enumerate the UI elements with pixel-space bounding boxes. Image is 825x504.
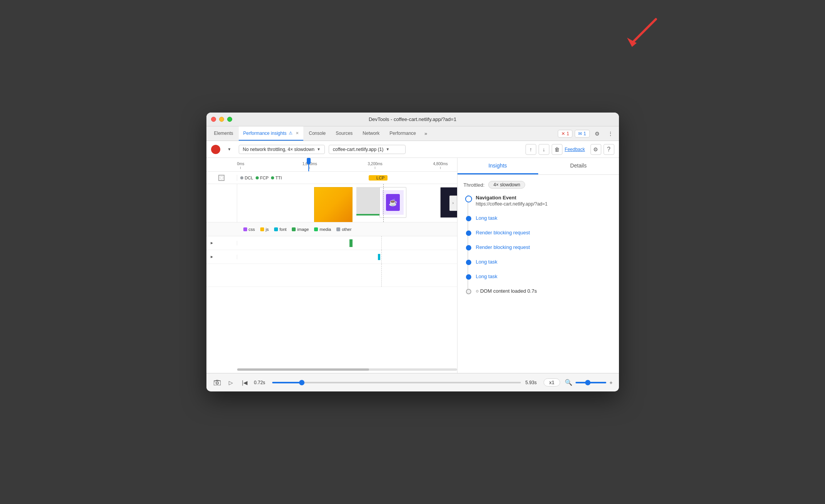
tab-console-label: Console <box>309 131 326 136</box>
markers-left-spacer: ◯ <box>206 175 237 181</box>
legend-media: media <box>314 227 331 232</box>
tab-details[interactable]: Details <box>538 158 619 174</box>
fcp-label: FCP <box>260 176 269 180</box>
tab-close-icon[interactable]: ✕ <box>296 131 299 135</box>
render-blocking-2-link[interactable]: Render blocking request <box>476 244 530 250</box>
css-color-swatch <box>243 227 247 231</box>
legend-media-label: media <box>319 227 331 232</box>
insight-long-task-2: Long task <box>476 258 613 265</box>
insight-render-blocking-2: Render blocking request <box>476 244 613 250</box>
start-time-label: 0.72s <box>254 380 268 385</box>
more-options-icon-button[interactable]: ⋮ <box>605 128 616 139</box>
maximize-button[interactable] <box>227 117 232 122</box>
throttled-label: Throttled: <box>464 182 485 188</box>
playback-slider-thumb[interactable] <box>299 380 304 385</box>
playback-bar: ▷ |◀ 0.72s 5.93s x1 🔍 + <box>206 373 619 391</box>
go-to-start-button[interactable]: |◀ <box>240 378 249 387</box>
long-task-1-link[interactable]: Long task <box>476 215 497 221</box>
long-task-1-dot <box>466 216 471 221</box>
tab-elements[interactable]: Elements <box>210 126 238 141</box>
tab-performance[interactable]: Performance <box>385 126 421 141</box>
minimize-button[interactable] <box>219 117 224 122</box>
legend-css: css <box>243 227 255 232</box>
expand-row-1-icon[interactable]: ▶ <box>210 241 214 245</box>
ruler-label-0: 0ms <box>237 162 245 166</box>
right-panel-tabs: Insights Details <box>457 158 619 175</box>
more-tabs-button[interactable]: » <box>421 126 430 141</box>
long-task-2-link[interactable]: Long task <box>476 259 497 265</box>
network-row-2: ▶ <box>206 250 457 264</box>
dashed-line-row1 <box>381 236 382 250</box>
tab-sources[interactable]: Sources <box>331 126 357 141</box>
export-button[interactable]: ↑ <box>526 144 536 155</box>
screenshot-mode-button[interactable] <box>213 378 222 387</box>
insight-render-blocking-1: Render blocking request <box>476 229 613 236</box>
zoom-controls: 🔍 + <box>565 379 612 386</box>
settings-gear-icon-button[interactable]: ⚙ <box>590 144 601 155</box>
insights-timeline: Navigation Event https://coffee-cart.net… <box>464 195 613 294</box>
feedback-link[interactable]: Feedback <box>565 147 585 152</box>
horizontal-scrollbar-track[interactable] <box>237 368 457 371</box>
lcp-label: LCP <box>376 176 384 180</box>
legend-js-label: js <box>266 227 269 232</box>
errors-badge-button[interactable]: ✕ 1 <box>558 130 572 138</box>
legend-font: font <box>274 227 286 232</box>
zoom-slider-thumb[interactable] <box>585 380 590 385</box>
insight-dom-loaded: ○ DOM content loaded 0.7s <box>476 287 613 294</box>
navigation-event-dot <box>465 196 472 202</box>
render-blocking-1-link[interactable]: Render blocking request <box>476 230 530 235</box>
expand-row-2-icon[interactable]: ▶ <box>210 255 214 259</box>
messages-badge: ✉ 1 <box>578 131 586 136</box>
markers-row: ◯ DCL FCP TTI <box>206 172 457 184</box>
long-task-3-link[interactable]: Long task <box>476 274 497 279</box>
legend-image: image <box>292 227 309 232</box>
dcl-bracket-icon <box>240 176 243 179</box>
tab-sources-label: Sources <box>336 131 353 136</box>
fcp-marker: FCP <box>256 176 269 180</box>
legend-image-label: image <box>297 227 309 232</box>
play-button[interactable]: ▷ <box>226 378 236 387</box>
zoom-out-icon[interactable]: 🔍 <box>565 379 572 386</box>
close-button[interactable] <box>211 117 216 122</box>
throttled-row: Throttled: 4× slowdown <box>464 181 613 189</box>
scrubber-handle[interactable] <box>307 158 311 164</box>
legend-other-label: other <box>342 227 351 232</box>
url-dropdown[interactable]: coffee-cart.netlify.app (1) ▼ <box>329 145 406 154</box>
dcl-label: DCL <box>245 176 253 180</box>
collapse-filmstrip-button[interactable]: › <box>449 196 457 211</box>
throttle-dropdown[interactable]: No network throttling, 4× slowdown ▼ <box>239 145 325 154</box>
ruler-mark-3: 4,800ms <box>433 162 448 169</box>
right-panel: Insights Details Throttled: 4× slowdown <box>457 158 619 373</box>
zoom-slider[interactable] <box>576 382 606 383</box>
tab-network[interactable]: Network <box>358 126 384 141</box>
tab-details-label: Details <box>570 162 587 169</box>
url-label: coffee-cart.netlify.app (1) <box>333 147 384 152</box>
filmstrip-thumb-1[interactable]: ☕ <box>379 187 406 218</box>
delete-button[interactable]: 🗑 <box>552 144 562 155</box>
navigation-event-title: Navigation Event <box>476 195 613 201</box>
tab-performance-insights-label: Performance insights <box>243 131 287 136</box>
image-color-swatch <box>292 227 296 231</box>
dropdown-arrow-button[interactable]: ▼ <box>224 144 235 155</box>
playback-slider[interactable] <box>272 382 521 383</box>
network-row-1: ▶ <box>206 236 457 250</box>
help-icon-button[interactable]: ? <box>604 144 614 155</box>
tab-console[interactable]: Console <box>304 126 330 141</box>
settings-icon-button[interactable]: ⚙ <box>592 128 603 139</box>
messages-badge-button[interactable]: ✉ 1 <box>575 130 589 138</box>
tab-insights[interactable]: Insights <box>457 158 538 174</box>
product-icon-1: ☕ <box>386 194 400 211</box>
dom-loaded-label: ○ DOM content loaded 0.7s <box>476 288 537 294</box>
record-button[interactable] <box>211 145 220 154</box>
zoom-in-icon[interactable]: + <box>609 380 612 386</box>
timeline-scrubber[interactable] <box>308 158 309 171</box>
main-content: 0ms 1,600ms 3,200ms 4,800ms <box>206 158 619 373</box>
horizontal-scrollbar-thumb[interactable] <box>237 368 369 371</box>
download-button[interactable]: ↓ <box>539 144 549 155</box>
tab-elements-label: Elements <box>214 131 233 136</box>
legend-js: js <box>260 227 269 232</box>
right-panel-content: Throttled: 4× slowdown Navigation Event … <box>457 175 619 373</box>
network-row-1-content <box>237 236 457 250</box>
tab-performance-insights[interactable]: Performance insights ⚠ ✕ <box>239 126 304 141</box>
speed-badge[interactable]: x1 <box>544 378 561 386</box>
